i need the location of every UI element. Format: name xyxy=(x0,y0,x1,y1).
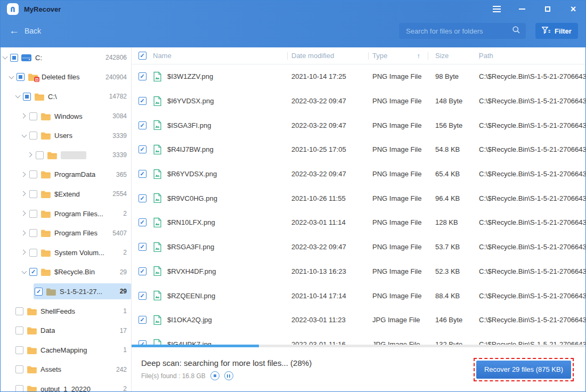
table-row[interactable]: $R4IJ7BW.png 2021-10-25 17:05 PNG Image … xyxy=(132,137,585,162)
tree-item-checkbox[interactable] xyxy=(15,385,23,391)
tree-item[interactable]: C: 242806 xyxy=(1,48,131,68)
tree-item-checkbox[interactable] xyxy=(15,326,23,334)
tree-item[interactable]: ShellFeeds 1 xyxy=(1,301,131,321)
row-checkbox[interactable] xyxy=(139,316,146,324)
file-type: PNG Image File xyxy=(368,292,428,300)
file-name: $RN10LFX.png xyxy=(167,218,215,226)
tree-item-checkbox[interactable] xyxy=(15,346,23,354)
chevron-icon[interactable] xyxy=(8,74,15,81)
tree-item-checkbox[interactable] xyxy=(23,93,31,101)
tree-item-checkbox[interactable] xyxy=(10,54,18,62)
chevron-icon[interactable] xyxy=(27,151,35,159)
toolbar: ← Back Filter xyxy=(1,18,585,47)
tree-item[interactable]: Windows 3084 xyxy=(1,107,131,126)
chevron-icon[interactable] xyxy=(21,171,28,178)
tree-item[interactable]: ProgramData 365 xyxy=(1,165,131,185)
tree-item[interactable]: output_1_20220 2 xyxy=(1,379,131,391)
chevron-icon[interactable] xyxy=(14,93,22,100)
tree-item[interactable]: $Extend 2554 xyxy=(1,184,131,204)
row-checkbox[interactable] xyxy=(139,218,146,226)
tree-item-checkbox[interactable] xyxy=(29,268,37,276)
tree-item[interactable]: Data 17 xyxy=(1,321,131,340)
chevron-icon[interactable] xyxy=(2,54,9,61)
table-row[interactable]: $IG4UPK7.jpg 2022-03-01 11:16 JPG Image … xyxy=(132,332,585,345)
table-row[interactable]: $R6YVDSX.png 2022-03-22 09:47 PNG Image … xyxy=(132,162,585,186)
file-size: 128 KB xyxy=(428,218,479,226)
column-header-path[interactable]: Path xyxy=(479,52,585,60)
filter-button[interactable]: Filter xyxy=(535,23,578,39)
tree-item-checkbox[interactable] xyxy=(17,73,25,81)
row-checkbox[interactable] xyxy=(139,267,146,275)
tree-item[interactable]: Assets 242 xyxy=(1,360,131,380)
search-input[interactable] xyxy=(405,27,512,36)
select-all-checkbox[interactable] xyxy=(139,52,146,60)
tree-item[interactable]: System Volum... 2 xyxy=(1,243,131,263)
tree-item-count: 2554 xyxy=(109,190,127,198)
column-header-date-modified[interactable]: Date modified xyxy=(287,52,368,60)
tree-item-checkbox[interactable] xyxy=(29,210,37,218)
column-header-size[interactable]: Size xyxy=(428,52,479,60)
pause-scan-button[interactable] xyxy=(224,371,233,380)
table-row[interactable]: $RZQEENI.png 2021-10-14 17:14 PNG Image … xyxy=(132,283,585,308)
tree-item[interactable]: Users 3339 xyxy=(1,126,131,145)
table-row[interactable]: $I6YVDSX.png 2022-03-22 09:47 PNG Image … xyxy=(132,89,585,113)
row-checkbox[interactable] xyxy=(139,292,146,300)
chevron-icon[interactable] xyxy=(21,190,28,198)
tree-item[interactable]: 3339 xyxy=(1,145,131,165)
table-row[interactable]: $RSGA3FI.png 2022-03-22 09:47 PNG Image … xyxy=(132,235,585,259)
tree-item[interactable]: Program Files... 2 xyxy=(1,204,131,224)
minimize-icon[interactable] xyxy=(517,4,527,14)
file-name: $R6YVDSX.png xyxy=(167,170,217,178)
tree-item[interactable]: CacheMapping 1 xyxy=(1,340,131,360)
table-row[interactable]: $R9VC0HG.png 2021-10-26 11:55 PNG Image … xyxy=(132,186,585,210)
chevron-icon[interactable] xyxy=(21,230,28,237)
row-checkbox[interactable] xyxy=(139,72,146,80)
tree-item-checkbox[interactable] xyxy=(29,229,37,237)
table-row[interactable]: $I1OKA2Q.jpg 2022-03-01 11:23 JPG Image … xyxy=(132,308,585,332)
close-icon[interactable]: × xyxy=(568,4,578,14)
tree-item[interactable]: S-1-5-21-27... 29 xyxy=(1,282,131,301)
tree-item-label: $Extend xyxy=(54,190,80,198)
tree-item-checkbox[interactable] xyxy=(36,151,44,159)
chevron-icon[interactable] xyxy=(21,210,28,217)
tree-item-checkbox[interactable] xyxy=(29,132,37,140)
recover-button[interactable]: Recover 29 files (875 KB) xyxy=(476,361,571,379)
search-box[interactable] xyxy=(399,23,526,39)
row-checkbox[interactable] xyxy=(139,145,146,153)
chevron-icon[interactable] xyxy=(21,249,28,256)
search-icon[interactable] xyxy=(512,26,520,36)
sort-ascending-icon[interactable]: ↑ xyxy=(417,52,421,60)
tree-item[interactable]: Program Files 5407 xyxy=(1,223,131,243)
chevron-icon[interactable] xyxy=(21,112,28,120)
table-row[interactable]: $I3W1ZZV.png 2021-10-14 17:25 PNG Image … xyxy=(132,64,585,89)
tree-item-checkbox[interactable] xyxy=(29,190,37,198)
row-checkbox[interactable] xyxy=(139,243,146,251)
back-button[interactable]: ← Back xyxy=(9,27,41,35)
row-checkbox[interactable] xyxy=(139,340,146,345)
image-file-icon xyxy=(153,217,162,228)
tree-item-checkbox[interactable] xyxy=(29,249,37,257)
tree-item-checkbox[interactable] xyxy=(15,307,23,315)
menu-icon[interactable] xyxy=(492,4,501,14)
tree-item-checkbox[interactable] xyxy=(29,112,37,120)
tree-item[interactable]: Deleted files 240904 xyxy=(1,68,131,87)
tree-item[interactable]: $Recycle.Bin 29 xyxy=(1,263,131,282)
stop-scan-button[interactable] xyxy=(210,371,219,380)
column-header-type[interactable]: Type ↑ xyxy=(368,52,428,60)
tree-item[interactable]: C:\ 14782 xyxy=(1,87,131,107)
row-checkbox[interactable] xyxy=(139,194,146,202)
table-row[interactable]: $ISGA3FI.png 2022-03-22 09:47 PNG Image … xyxy=(132,113,585,137)
image-file-icon xyxy=(153,315,162,325)
row-checkbox[interactable] xyxy=(139,170,146,178)
column-header-name[interactable]: Name xyxy=(153,52,287,60)
row-checkbox[interactable] xyxy=(139,97,146,105)
tree-item-checkbox[interactable] xyxy=(35,288,43,296)
chevron-icon[interactable] xyxy=(21,132,28,140)
tree-item-checkbox[interactable] xyxy=(15,365,23,373)
chevron-icon[interactable] xyxy=(21,268,28,276)
row-checkbox[interactable] xyxy=(139,121,146,129)
tree-item-checkbox[interactable] xyxy=(29,170,37,178)
maximize-icon[interactable] xyxy=(543,4,552,14)
table-row[interactable]: $RN10LFX.png 2022-03-01 11:14 PNG Image … xyxy=(132,210,585,235)
table-row[interactable]: $RVXH4DF.png 2021-10-13 16:23 PNG Image … xyxy=(132,259,585,284)
